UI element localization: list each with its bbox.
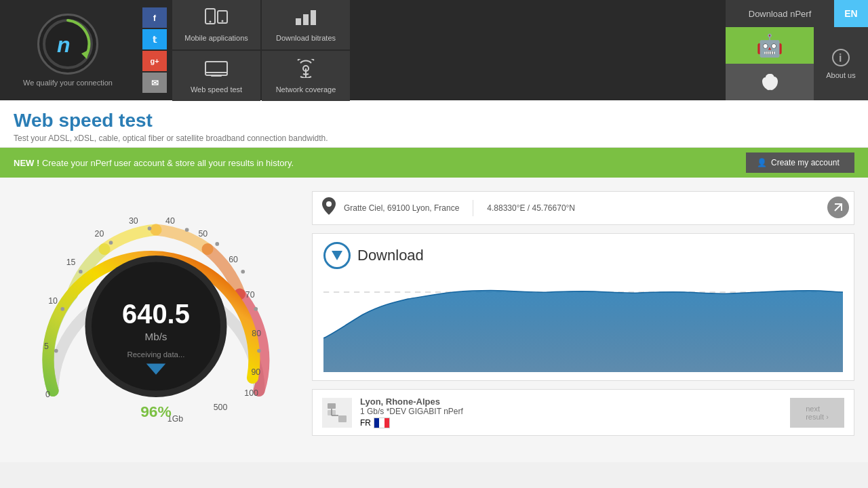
about-us-label: About us xyxy=(826,71,855,79)
download-bitrates-icon xyxy=(294,7,317,31)
svg-text:Receiving data...: Receiving data... xyxy=(127,350,185,359)
page-title-bar: Web speed test Test your ADSL, xDSL, cab… xyxy=(0,100,868,148)
svg-rect-12 xyxy=(211,75,222,77)
nav-network-coverage[interactable]: Network coverage xyxy=(262,51,350,101)
country-code: FR xyxy=(360,418,371,428)
android-button[interactable]: 🤖 xyxy=(726,27,814,64)
network-coverage-icon xyxy=(294,59,318,83)
logo-tagline: We qualify your connection xyxy=(23,79,113,87)
svg-rect-7 xyxy=(296,18,301,25)
svg-text:i: i xyxy=(839,52,842,64)
svg-text:50: 50 xyxy=(198,229,208,239)
header-right: Download nPerf EN 🤖 i About us xyxy=(726,0,868,100)
svg-point-5 xyxy=(210,20,212,22)
mobile-icon xyxy=(204,7,229,31)
france-flag xyxy=(374,418,390,428)
page-subtitle: Test your ADSL, xDSL, cable, optical fib… xyxy=(14,134,854,143)
external-link-button[interactable] xyxy=(827,197,849,218)
location-bar: Gratte Ciel, 69100 Lyon, France 4.88330°… xyxy=(312,191,854,225)
svg-point-36 xyxy=(148,226,152,230)
googleplus-button[interactable]: g+ xyxy=(142,51,167,71)
svg-text:n: n xyxy=(57,33,71,57)
svg-text:100: 100 xyxy=(244,388,258,398)
next-button[interactable]: nextresult › xyxy=(790,398,844,428)
svg-rect-52 xyxy=(328,403,336,409)
svg-point-39 xyxy=(241,270,245,274)
nav-web-speed-label: Web speed test xyxy=(191,85,242,94)
location-divider xyxy=(473,200,473,216)
nav-mobile-apps[interactable]: Mobile applications xyxy=(172,0,260,49)
svg-text:640.5: 640.5 xyxy=(122,299,190,329)
nav-network-coverage-label: Network coverage xyxy=(276,85,336,94)
page-title: Web speed test xyxy=(14,110,854,131)
web-speed-icon xyxy=(204,59,229,83)
download-header: Download xyxy=(323,242,843,269)
gauge-svg: 0 5 10 15 20 30 40 50 60 70 80 90 100 50… xyxy=(20,191,292,449)
svg-point-33 xyxy=(60,307,64,311)
svg-point-49 xyxy=(326,201,332,207)
svg-text:20: 20 xyxy=(95,229,104,239)
svg-text:5: 5 xyxy=(44,342,49,351)
svg-point-34 xyxy=(79,270,83,274)
svg-text:70: 70 xyxy=(245,290,255,300)
svg-text:90: 90 xyxy=(251,367,260,377)
social-strip: f 𝕥 g+ ✉ xyxy=(142,7,167,93)
create-account-label: Create my account xyxy=(771,158,840,167)
about-us-button[interactable]: i About us xyxy=(814,27,868,100)
svg-rect-54 xyxy=(338,415,347,422)
download-icon xyxy=(323,242,351,269)
right-panel: Gratte Ciel, 69100 Lyon, France 4.88330°… xyxy=(312,191,854,449)
twitter-button[interactable]: 𝕥 xyxy=(142,29,167,49)
gauge-container: 0 5 10 15 20 30 40 50 60 70 80 90 100 50… xyxy=(14,191,298,449)
svg-rect-8 xyxy=(303,14,309,25)
svg-text:40: 40 xyxy=(165,216,175,226)
location-pin-icon xyxy=(322,197,336,219)
banner-text: NEW ! Create your nPerf user account & s… xyxy=(14,158,294,168)
app-download-row: 🤖 i About us xyxy=(726,27,868,100)
svg-point-35 xyxy=(109,241,113,245)
server-country: FR xyxy=(360,418,782,428)
nav-grid: Mobile applications Download bitrates We… xyxy=(172,0,350,101)
user-icon: 👤 xyxy=(757,158,767,167)
location-text: Gratte Ciel, 69100 Lyon, France xyxy=(344,203,459,213)
nav-download-bitrates[interactable]: Download bitrates xyxy=(262,0,350,49)
svg-point-6 xyxy=(222,20,224,22)
ios-button[interactable] xyxy=(726,64,814,100)
download-nperf-label: Download nPerf xyxy=(726,0,834,27)
email-button[interactable]: ✉ xyxy=(142,73,167,93)
svg-rect-9 xyxy=(311,10,316,25)
nav-download-label: Download bitrates xyxy=(276,34,336,42)
svg-text:30: 30 xyxy=(129,216,138,226)
banner-message: Create your nPerf user account & store a… xyxy=(42,158,294,168)
flag-white xyxy=(379,418,384,428)
server-city: Lyon, Rhone-Alpes xyxy=(360,396,782,407)
info-icon: i xyxy=(831,48,850,68)
svg-point-32 xyxy=(54,349,58,353)
header: n We qualify your connection f 𝕥 g+ ✉ Mo… xyxy=(0,0,868,100)
flag-blue xyxy=(374,418,379,428)
server-details: Lyon, Rhone-Alpes 1 Gb/s *DEV GIGABIT nP… xyxy=(360,396,782,428)
facebook-button[interactable]: f xyxy=(142,7,167,28)
svg-point-41 xyxy=(257,349,261,353)
download-triangle xyxy=(332,251,342,260)
svg-text:60: 60 xyxy=(229,255,238,264)
svg-text:500: 500 xyxy=(214,403,228,412)
svg-text:0: 0 xyxy=(45,390,50,399)
svg-text:80: 80 xyxy=(252,329,261,338)
svg-point-37 xyxy=(185,228,189,232)
main-content: Web speed test Test your ADSL, xDSL, cab… xyxy=(0,100,868,488)
flag-red xyxy=(384,418,389,428)
android-icon: 🤖 xyxy=(756,33,783,58)
green-banner: NEW ! Create your nPerf user account & s… xyxy=(0,148,868,178)
svg-point-38 xyxy=(215,242,219,246)
download-label: Download xyxy=(357,247,424,264)
create-account-button[interactable]: 👤 Create my account xyxy=(746,152,854,173)
server-info: Lyon, Rhone-Alpes 1 Gb/s *DEV GIGABIT nP… xyxy=(312,389,854,436)
logo-circle: n xyxy=(37,14,98,75)
speedtest-area: 0 5 10 15 20 30 40 50 60 70 80 90 100 50… xyxy=(0,178,868,462)
nav-web-speed-test[interactable]: Web speed test xyxy=(172,51,260,101)
language-button[interactable]: EN xyxy=(834,0,868,27)
download-chart xyxy=(323,277,843,372)
svg-text:96%: 96% xyxy=(140,403,172,420)
next-label: nextresult › xyxy=(806,405,829,421)
